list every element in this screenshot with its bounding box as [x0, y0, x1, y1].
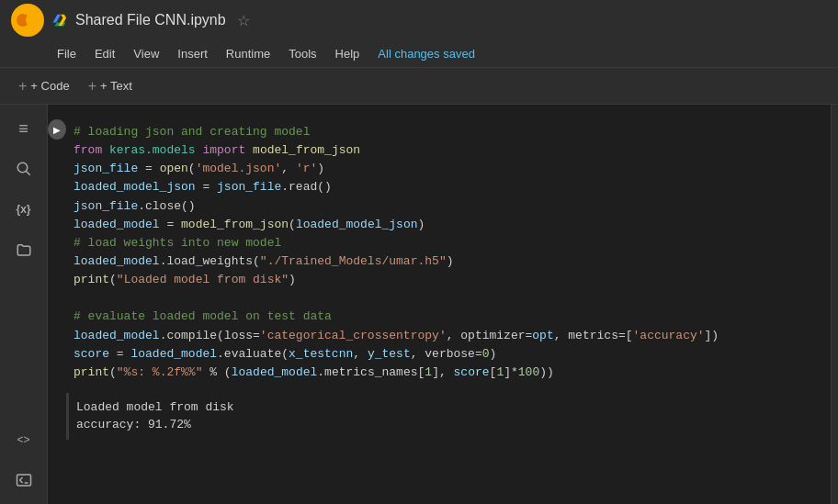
code-line-14: print("%s: %.2f%%" % (loaded_model.metri… — [74, 364, 823, 382]
add-text-button[interactable]: + + Text — [81, 74, 140, 98]
menu-view[interactable]: View — [126, 45, 166, 62]
run-cell-button[interactable]: ▶ — [48, 119, 66, 140]
code-line-1: # loading json and creating model — [74, 123, 823, 141]
svg-point-3 — [17, 162, 28, 173]
cell-gutter: ▶ — [48, 116, 66, 389]
plus-icon-text: + — [88, 78, 96, 95]
right-scrollbar[interactable] — [831, 105, 838, 504]
add-code-button[interactable]: + + Code — [11, 74, 77, 98]
variable-icon[interactable]: {x} — [7, 193, 40, 226]
svg-point-2 — [26, 14, 39, 27]
file-title: Shared File CNN.ipynb — [75, 12, 226, 28]
menu-edit[interactable]: Edit — [87, 45, 122, 62]
code-line-13: score = loaded_model.evaluate(x_testcnn,… — [74, 345, 823, 364]
code-line-6: loaded_model = model_from_json(loaded_mo… — [74, 216, 823, 234]
plus-icon: + — [18, 78, 27, 95]
menu-icon[interactable]: ≡ — [7, 112, 40, 145]
code-cell: ▶ # loading json and creating model from… — [48, 116, 831, 389]
code-line-blank — [74, 289, 823, 308]
main-layout: ≡ {x} <> ▶ — [0, 105, 838, 504]
code-block: # loading json and creating model from k… — [74, 119, 823, 386]
toolbar: + + Code + + Text — [0, 68, 838, 105]
code-arrows-icon[interactable]: <> — [7, 423, 40, 456]
terminal-icon[interactable] — [7, 464, 40, 497]
code-line-3: json_file = open('model.json', 'r') — [74, 160, 823, 178]
star-icon[interactable]: ☆ — [237, 12, 250, 29]
output-area: Loaded model from disk accuracy: 91.72% — [66, 393, 831, 440]
menu-runtime[interactable]: Runtime — [219, 45, 277, 62]
svg-line-6 — [19, 477, 22, 480]
code-line-9: print("Loaded model from disk") — [74, 271, 823, 289]
add-code-label: + Code — [30, 79, 69, 93]
cell-body: # loading json and creating model from k… — [66, 116, 831, 389]
svg-line-4 — [26, 171, 30, 175]
code-line-4: loaded_model_json = json_file.read() — [74, 178, 823, 196]
menu-bar: File Edit View Insert Runtime Tools Help… — [0, 40, 838, 68]
content-area[interactable]: ▶ # loading json and creating model from… — [48, 105, 831, 504]
code-line-5: json_file.close() — [74, 197, 823, 216]
sidebar: ≡ {x} <> — [0, 105, 48, 504]
save-status: All changes saved — [378, 47, 475, 61]
folder-icon[interactable] — [7, 233, 40, 266]
search-icon[interactable] — [7, 152, 40, 185]
drive-icon — [51, 12, 68, 28]
menu-file[interactable]: File — [50, 45, 84, 62]
add-text-label: + Text — [100, 79, 132, 93]
code-line-11: # evaluate loaded model on test data — [74, 308, 823, 326]
menu-tools[interactable]: Tools — [281, 45, 323, 62]
code-line-2: from keras.models import model_from_json — [74, 141, 823, 160]
svg-rect-5 — [17, 475, 30, 486]
code-line-12: loaded_model.compile(loss='categorical_c… — [74, 327, 823, 345]
code-line-7: # load weights into new model — [74, 234, 823, 252]
svg-line-7 — [19, 480, 22, 483]
output-line-2: accuracy: 91.72% — [76, 416, 823, 434]
colab-logo — [11, 4, 44, 37]
menu-help[interactable]: Help — [328, 45, 368, 62]
menu-insert[interactable]: Insert — [170, 45, 215, 62]
output-line-1: Loaded model from disk — [76, 398, 823, 417]
code-line-8: loaded_model.load_weights("./Trained_Mod… — [74, 252, 823, 271]
title-bar: Shared File CNN.ipynb ☆ — [0, 0, 838, 40]
